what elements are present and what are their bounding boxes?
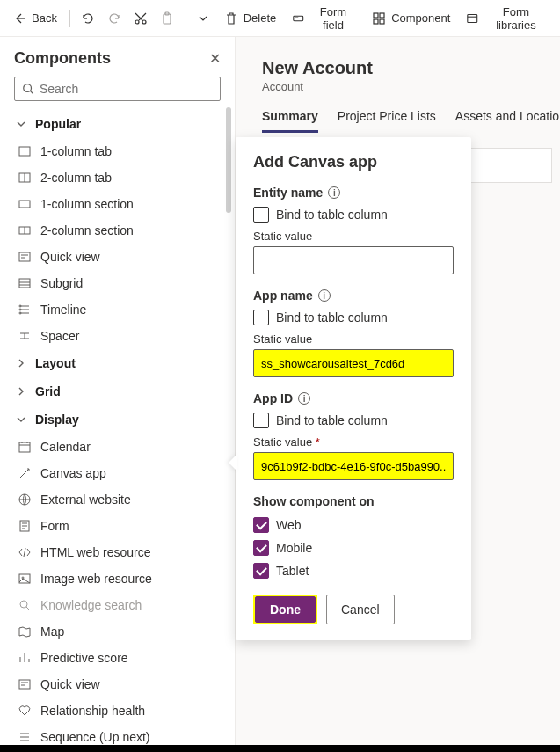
chevron-down-icon (14, 117, 28, 131)
form-field-icon (292, 11, 305, 26)
form-icon (18, 519, 32, 533)
chart-icon (18, 651, 32, 665)
tab-summary[interactable]: Summary (262, 109, 318, 133)
cut-button[interactable] (130, 8, 151, 29)
form-libraries-button[interactable]: Form libraries (461, 2, 553, 35)
chevron-down-icon (14, 413, 28, 427)
canvas-app-icon (18, 466, 32, 480)
image-icon (18, 572, 32, 586)
paste-button[interactable] (156, 8, 178, 29)
item-relationship-health[interactable]: Relationship health (0, 697, 235, 724)
close-panel-button[interactable]: ✕ (209, 50, 221, 67)
search-box[interactable] (14, 77, 221, 101)
undo-button[interactable] (77, 8, 98, 29)
svg-point-25 (20, 601, 27, 608)
arrow-left-icon (12, 11, 26, 26)
divider (185, 10, 185, 27)
svg-rect-5 (374, 13, 378, 18)
item-form[interactable]: Form (0, 513, 235, 539)
tab-price-lists[interactable]: Project Price Lists (338, 109, 436, 133)
app-id-label: App ID (253, 391, 293, 405)
item-subgrid[interactable]: Subgrid (0, 270, 235, 296)
component-button[interactable]: Component (367, 8, 455, 29)
item-1-column-tab[interactable]: 1-column tab (0, 138, 235, 164)
item-spacer[interactable]: Spacer (0, 323, 235, 349)
quick-view-icon (18, 677, 32, 691)
item-image-web-resource[interactable]: Image web resource (0, 566, 235, 592)
bottom-border (0, 745, 560, 752)
svg-rect-8 (380, 19, 384, 24)
item-timeline[interactable]: Timeline (0, 296, 235, 323)
divider (69, 10, 70, 27)
svg-rect-13 (19, 201, 30, 208)
item-html-web-resource[interactable]: HTML web resource (0, 539, 235, 566)
checkbox-icon (253, 310, 269, 325)
item-2-column-tab[interactable]: 2-column tab (0, 164, 235, 191)
section-popular[interactable]: Popular (0, 110, 235, 138)
show-web-checkbox[interactable]: Web (253, 517, 454, 533)
redo-button[interactable] (104, 8, 125, 29)
quick-view-icon (18, 250, 32, 264)
chevron-right-icon (14, 384, 28, 398)
app-name-label: App name (253, 288, 313, 303)
toolbar: Back Delete Form field Component Form li… (0, 0, 560, 37)
entity-name-label: Entity name (253, 186, 323, 200)
item-predictive-score[interactable]: Predictive score (0, 645, 235, 671)
form-title: New Account (262, 58, 560, 78)
item-external-website[interactable]: External website (0, 486, 235, 513)
show-on-group: Show component on Web Mobile Tablet (253, 494, 454, 579)
panel-title: Components (14, 49, 111, 68)
undo-icon (81, 11, 95, 26)
svg-rect-2 (164, 14, 171, 24)
appid-static-input[interactable] (253, 452, 454, 480)
sequence-icon (18, 730, 32, 744)
svg-rect-26 (19, 680, 30, 689)
cancel-button[interactable]: Cancel (326, 595, 395, 624)
item-quick-view[interactable]: Quick view (0, 244, 235, 270)
tabs: Summary Project Price Lists Assets and L… (262, 109, 560, 134)
svg-rect-6 (380, 13, 384, 18)
info-icon[interactable]: i (298, 392, 310, 405)
delete-button[interactable]: Delete (219, 8, 282, 29)
show-tablet-checkbox[interactable]: Tablet (253, 563, 454, 579)
section-grid[interactable]: Grid (0, 377, 235, 405)
info-icon[interactable]: i (328, 186, 340, 199)
form-field-button[interactable]: Form field (287, 2, 361, 35)
item-canvas-app[interactable]: Canvas app (0, 460, 235, 486)
svg-rect-16 (19, 279, 30, 288)
appid-static-label: Static value * (253, 435, 454, 449)
components-panel: Components ✕ Popular 1-column tab 2-colu… (0, 37, 236, 752)
scrollbar[interactable] (226, 107, 231, 213)
item-knowledge-search[interactable]: Knowledge search (0, 592, 235, 618)
chevron-right-icon (14, 356, 28, 370)
item-calendar[interactable]: Calendar (0, 434, 235, 460)
svg-point-0 (135, 20, 139, 24)
delete-icon (224, 11, 238, 26)
tab-icon (18, 144, 32, 158)
section-display[interactable]: Display (0, 405, 235, 434)
section-layout[interactable]: Layout (0, 349, 235, 377)
entity-bind-checkbox[interactable]: Bind to table column (253, 207, 454, 223)
info-icon[interactable]: i (318, 289, 331, 302)
subgrid-icon (18, 276, 32, 290)
done-button[interactable]: Done (255, 596, 316, 623)
appname-static-input[interactable] (253, 349, 454, 377)
appid-bind-checkbox[interactable]: Bind to table column (253, 413, 454, 428)
search-input[interactable] (40, 82, 213, 96)
item-2-column-section[interactable]: 2-column section (0, 217, 235, 244)
item-1-column-section[interactable]: 1-column section (0, 191, 235, 217)
checkbox-icon (253, 563, 269, 579)
appname-bind-checkbox[interactable]: Bind to table column (253, 310, 454, 325)
appname-static-label: Static value (253, 332, 454, 346)
paste-chevron-button[interactable] (193, 8, 214, 29)
tab-icon (18, 171, 32, 185)
item-quick-view-2[interactable]: Quick view (0, 671, 235, 697)
entity-static-input[interactable] (253, 246, 454, 274)
show-mobile-checkbox[interactable]: Mobile (253, 540, 454, 556)
item-map[interactable]: Map (0, 618, 235, 645)
form-field-label: Form field (310, 5, 356, 32)
redo-icon (107, 11, 121, 26)
tab-assets[interactable]: Assets and Locatio (455, 109, 559, 133)
back-button[interactable]: Back (7, 8, 62, 29)
app-name-group: App name i Bind to table column Static v… (253, 288, 454, 377)
